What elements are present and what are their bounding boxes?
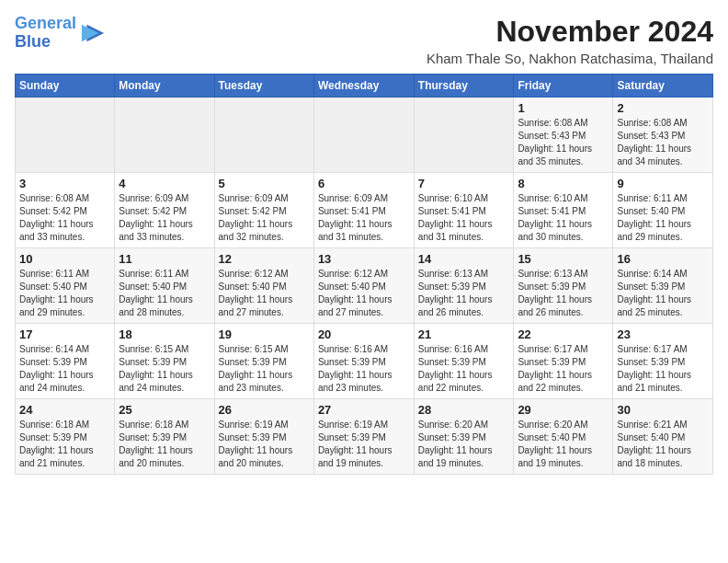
day-number: 2 — [617, 101, 709, 115]
day-info: Sunrise: 6:12 AM Sunset: 5:40 PM Dayligh… — [219, 268, 310, 319]
day-info: Sunrise: 6:18 AM Sunset: 5:39 PM Dayligh… — [119, 419, 210, 470]
day-info: Sunrise: 6:11 AM Sunset: 5:40 PM Dayligh… — [119, 268, 210, 319]
day-info: Sunrise: 6:16 AM Sunset: 5:39 PM Dayligh… — [418, 343, 510, 395]
day-info: Sunrise: 6:09 AM Sunset: 5:41 PM Dayligh… — [318, 192, 410, 244]
day-number: 18 — [119, 327, 210, 341]
day-number: 9 — [617, 177, 709, 190]
weekday-header: Saturday — [613, 75, 713, 98]
calendar-cell: 9Sunrise: 6:11 AM Sunset: 5:40 PM Daylig… — [613, 173, 713, 248]
calendar-cell: 24Sunrise: 6:18 AM Sunset: 5:39 PM Dayli… — [16, 399, 115, 475]
day-info: Sunrise: 6:12 AM Sunset: 5:40 PM Dayligh… — [318, 268, 410, 319]
calendar-cell: 10Sunrise: 6:11 AM Sunset: 5:40 PM Dayli… — [16, 248, 115, 324]
weekday-header: Wednesday — [313, 75, 414, 98]
day-number: 27 — [318, 403, 410, 417]
day-number: 6 — [318, 177, 410, 190]
day-info: Sunrise: 6:15 AM Sunset: 5:39 PM Dayligh… — [119, 343, 210, 395]
day-info: Sunrise: 6:20 AM Sunset: 5:40 PM Dayligh… — [518, 419, 609, 470]
calendar-cell: 28Sunrise: 6:20 AM Sunset: 5:39 PM Dayli… — [414, 399, 514, 475]
location-title: Kham Thale So, Nakhon Ratchasima, Thaila… — [427, 51, 713, 66]
day-info: Sunrise: 6:14 AM Sunset: 5:39 PM Dayligh… — [19, 343, 110, 395]
calendar-cell — [313, 98, 414, 173]
day-info: Sunrise: 6:10 AM Sunset: 5:41 PM Dayligh… — [518, 192, 609, 244]
day-info: Sunrise: 6:09 AM Sunset: 5:42 PM Dayligh… — [119, 192, 210, 244]
calendar-cell: 12Sunrise: 6:12 AM Sunset: 5:40 PM Dayli… — [214, 248, 313, 324]
day-number: 24 — [19, 403, 110, 417]
day-info: Sunrise: 6:11 AM Sunset: 5:40 PM Dayligh… — [617, 192, 709, 244]
day-number: 19 — [219, 327, 310, 341]
day-info: Sunrise: 6:19 AM Sunset: 5:39 PM Dayligh… — [219, 419, 310, 470]
day-number: 13 — [318, 252, 410, 266]
day-number: 12 — [219, 252, 310, 266]
day-number: 4 — [119, 177, 210, 190]
title-block: November 2024 Kham Thale So, Nakhon Ratc… — [427, 15, 713, 66]
calendar-cell: 6Sunrise: 6:09 AM Sunset: 5:41 PM Daylig… — [313, 173, 414, 248]
calendar-cell: 16Sunrise: 6:14 AM Sunset: 5:39 PM Dayli… — [613, 248, 713, 324]
calendar-cell: 4Sunrise: 6:09 AM Sunset: 5:42 PM Daylig… — [115, 173, 214, 248]
day-number: 26 — [219, 403, 310, 417]
day-number: 21 — [418, 327, 510, 341]
calendar-cell: 27Sunrise: 6:19 AM Sunset: 5:39 PM Dayli… — [313, 399, 414, 475]
calendar-table: SundayMondayTuesdayWednesdayThursdayFrid… — [15, 74, 713, 475]
day-info: Sunrise: 6:19 AM Sunset: 5:39 PM Dayligh… — [318, 419, 410, 470]
weekday-header: Thursday — [414, 75, 514, 98]
calendar-cell: 11Sunrise: 6:11 AM Sunset: 5:40 PM Dayli… — [115, 248, 214, 324]
logo: GeneralBlue — [15, 15, 106, 52]
logo-text: GeneralBlue — [15, 15, 76, 52]
day-info: Sunrise: 6:13 AM Sunset: 5:39 PM Dayligh… — [518, 268, 609, 319]
calendar-cell: 2Sunrise: 6:08 AM Sunset: 5:43 PM Daylig… — [613, 98, 713, 173]
calendar-cell: 15Sunrise: 6:13 AM Sunset: 5:39 PM Dayli… — [514, 248, 613, 324]
day-number: 5 — [219, 177, 310, 190]
calendar-cell: 22Sunrise: 6:17 AM Sunset: 5:39 PM Dayli… — [514, 324, 613, 399]
day-number: 8 — [518, 177, 609, 190]
day-number: 16 — [617, 252, 709, 266]
calendar-cell: 7Sunrise: 6:10 AM Sunset: 5:41 PM Daylig… — [414, 173, 514, 248]
calendar-cell: 19Sunrise: 6:15 AM Sunset: 5:39 PM Dayli… — [214, 324, 313, 399]
day-info: Sunrise: 6:17 AM Sunset: 5:39 PM Dayligh… — [617, 343, 709, 395]
day-number: 11 — [119, 252, 210, 266]
day-info: Sunrise: 6:13 AM Sunset: 5:39 PM Dayligh… — [418, 268, 510, 319]
day-number: 25 — [119, 403, 210, 417]
day-info: Sunrise: 6:08 AM Sunset: 5:42 PM Dayligh… — [19, 192, 110, 244]
logo-icon — [80, 20, 106, 46]
day-info: Sunrise: 6:08 AM Sunset: 5:43 PM Dayligh… — [518, 117, 609, 168]
calendar-cell: 5Sunrise: 6:09 AM Sunset: 5:42 PM Daylig… — [214, 173, 313, 248]
day-number: 29 — [518, 403, 609, 417]
calendar-cell: 14Sunrise: 6:13 AM Sunset: 5:39 PM Dayli… — [414, 248, 514, 324]
day-number: 15 — [518, 252, 609, 266]
day-number: 3 — [19, 177, 110, 190]
day-info: Sunrise: 6:18 AM Sunset: 5:39 PM Dayligh… — [19, 419, 110, 470]
day-number: 28 — [418, 403, 510, 417]
calendar-cell: 29Sunrise: 6:20 AM Sunset: 5:40 PM Dayli… — [514, 399, 613, 475]
day-info: Sunrise: 6:15 AM Sunset: 5:39 PM Dayligh… — [219, 343, 310, 395]
day-info: Sunrise: 6:08 AM Sunset: 5:43 PM Dayligh… — [617, 117, 709, 168]
calendar-cell: 1Sunrise: 6:08 AM Sunset: 5:43 PM Daylig… — [514, 98, 613, 173]
day-number: 22 — [518, 327, 609, 341]
day-info: Sunrise: 6:21 AM Sunset: 5:40 PM Dayligh… — [617, 419, 709, 470]
day-number: 20 — [318, 327, 410, 341]
day-info: Sunrise: 6:10 AM Sunset: 5:41 PM Dayligh… — [418, 192, 510, 244]
day-info: Sunrise: 6:14 AM Sunset: 5:39 PM Dayligh… — [617, 268, 709, 319]
month-title: November 2024 — [427, 15, 713, 49]
day-info: Sunrise: 6:17 AM Sunset: 5:39 PM Dayligh… — [518, 343, 609, 395]
day-info: Sunrise: 6:20 AM Sunset: 5:39 PM Dayligh… — [418, 419, 510, 470]
calendar-cell: 3Sunrise: 6:08 AM Sunset: 5:42 PM Daylig… — [16, 173, 115, 248]
day-number: 30 — [617, 403, 709, 417]
weekday-header: Tuesday — [214, 75, 313, 98]
calendar-cell: 8Sunrise: 6:10 AM Sunset: 5:41 PM Daylig… — [514, 173, 613, 248]
day-number: 1 — [518, 101, 609, 115]
day-number: 17 — [19, 327, 110, 341]
calendar-cell: 20Sunrise: 6:16 AM Sunset: 5:39 PM Dayli… — [313, 324, 414, 399]
calendar-cell — [16, 98, 115, 173]
calendar-cell — [414, 98, 514, 173]
day-number: 14 — [418, 252, 510, 266]
day-info: Sunrise: 6:09 AM Sunset: 5:42 PM Dayligh… — [219, 192, 310, 244]
day-number: 23 — [617, 327, 709, 341]
day-info: Sunrise: 6:16 AM Sunset: 5:39 PM Dayligh… — [318, 343, 410, 395]
day-number: 10 — [19, 252, 110, 266]
calendar-cell — [214, 98, 313, 173]
calendar-cell: 23Sunrise: 6:17 AM Sunset: 5:39 PM Dayli… — [613, 324, 713, 399]
calendar-cell: 25Sunrise: 6:18 AM Sunset: 5:39 PM Dayli… — [115, 399, 214, 475]
calendar-cell: 17Sunrise: 6:14 AM Sunset: 5:39 PM Dayli… — [16, 324, 115, 399]
weekday-header: Friday — [514, 75, 613, 98]
calendar-cell: 13Sunrise: 6:12 AM Sunset: 5:40 PM Dayli… — [313, 248, 414, 324]
